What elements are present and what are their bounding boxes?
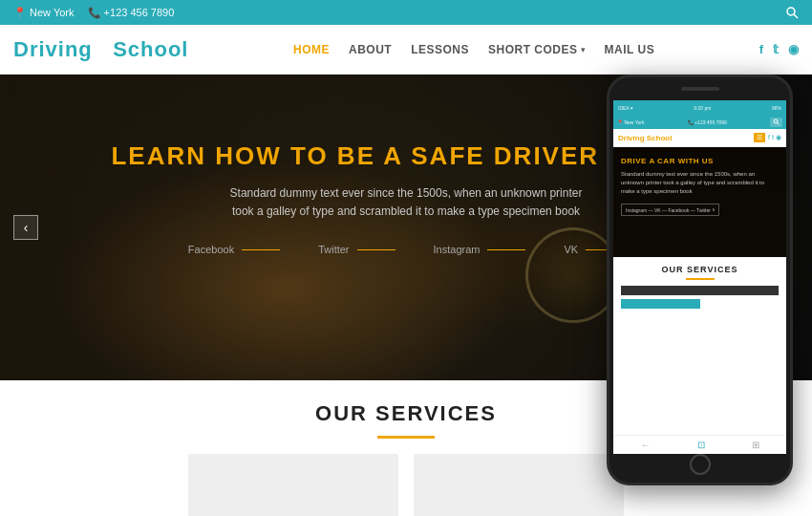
location-icon: 📍 (13, 7, 27, 18)
mobile-social: f t ◉ (768, 134, 781, 141)
twitter-icon[interactable]: 𝕥 (773, 42, 779, 56)
phone-info: 📞 +123 456 7890 (88, 7, 175, 19)
mobile-home-button[interactable] (690, 454, 711, 475)
search-icon[interactable] (785, 6, 799, 19)
hero-prev-button[interactable]: ‹ (13, 215, 38, 240)
mobile-header: Driving School ☰ f t ◉ (613, 129, 786, 147)
vk-label: VK (564, 244, 578, 255)
mobile-next-arrow: › (713, 206, 715, 213)
mobile-hero-title: DRIVE A CAR WITH US (621, 157, 779, 165)
twitter-line (357, 249, 395, 250)
nav-short-codes-link[interactable]: SHORT CODES (488, 43, 578, 56)
facebook-label: Facebook (188, 244, 234, 255)
mobile-phone: 📞 +123 456 7890 (688, 119, 727, 125)
mobile-speaker (681, 87, 719, 91)
svg-point-0 (787, 8, 795, 15)
mobile-logo: Driving School (618, 134, 672, 142)
mobile-header-right: ☰ f t ◉ (754, 133, 781, 142)
nav-mail-us[interactable]: MAIL US (605, 43, 655, 56)
location-text: New York (30, 7, 74, 18)
mobile-home-nav-icon[interactable]: ⊡ (697, 440, 705, 450)
logo-first-word: Driving (13, 37, 93, 61)
facebook-line (242, 249, 280, 250)
header: Driving School HOME ABOUT LESSONS SHORT … (0, 25, 812, 75)
hero-social-twitter: Twitter (318, 244, 395, 255)
service-card-2 (414, 454, 624, 516)
mobile-hero-social[interactable]: Instagram — VK — Facebook — Twitter › (621, 204, 719, 216)
svg-line-3 (777, 123, 779, 125)
facebook-icon[interactable]: f (759, 42, 763, 56)
services-underline (377, 436, 435, 439)
twitter-label: Twitter (318, 244, 349, 255)
logo-second-word: School (113, 37, 188, 61)
mobile-rss-icon[interactable]: ◉ (776, 134, 781, 141)
phone-icon: 📞 (88, 7, 101, 18)
location-info: 📍 New York (13, 7, 75, 19)
svg-line-1 (794, 14, 798, 18)
chevron-down-icon: ▾ (581, 45, 586, 54)
hero-subtitle: Standard dummy text ever since the 1500s… (224, 184, 588, 221)
mobile-services-bar1 (621, 286, 779, 295)
mobile-screen: IDEA ▾ 9:20 pm 96% 📍 New York 📞 +123 456… (613, 100, 786, 454)
mobile-menu-icon[interactable]: ☰ (754, 133, 765, 142)
instagram-line (487, 249, 525, 250)
mobile-topbar: IDEA ▾ 9:20 pm 96% (613, 100, 786, 116)
top-bar-left: 📍 New York 📞 +123 456 7890 (13, 7, 174, 19)
mobile-services: OUR SERVICES (613, 257, 786, 320)
instagram-label: Instagram (434, 244, 481, 255)
mobile-services-title: OUR SERVICES (621, 265, 779, 274)
nav-home[interactable]: HOME (293, 43, 330, 56)
mobile-facebook-icon[interactable]: f (768, 134, 770, 141)
mobile-back-icon[interactable]: ← (641, 440, 651, 450)
top-bar: 📍 New York 📞 +123 456 7890 (0, 0, 812, 25)
top-bar-right (785, 6, 799, 19)
mobile-social-links: Instagram — VK — Facebook — Twitter (626, 207, 711, 213)
mobile-topbar-left: IDEA ▾ (618, 105, 633, 111)
mobile-bottom-nav: ← ⊡ ⊞ (613, 435, 786, 454)
hero-social-facebook: Facebook (188, 244, 280, 255)
mobile-mockup: IDEA ▾ 9:20 pm 96% 📍 New York 📞 +123 456… (607, 75, 793, 485)
mobile-services-underline (686, 278, 715, 280)
site-logo[interactable]: Driving School (13, 37, 188, 62)
nav-short-codes[interactable]: SHORT CODES ▾ (488, 43, 586, 56)
mobile-twitter-icon[interactable]: t (772, 134, 774, 141)
mobile-search-icon (773, 118, 780, 125)
nav-lessons[interactable]: LESSONS (411, 43, 469, 56)
chevron-left-icon: ‹ (24, 220, 29, 235)
rss-icon[interactable]: ◉ (788, 42, 799, 56)
hero-social-instagram: Instagram (434, 244, 526, 255)
service-card-1 (188, 454, 398, 516)
mobile-recent-icon[interactable]: ⊞ (752, 440, 759, 450)
svg-point-2 (774, 119, 778, 123)
mobile-hero: DRIVE A CAR WITH US Standard dummy text … (613, 147, 786, 257)
phone-text: +123 456 7890 (104, 7, 175, 18)
mobile-search-button[interactable] (770, 118, 782, 127)
mobile-services-bar2 (621, 299, 700, 309)
mobile-time: 9:20 pm (694, 105, 711, 111)
mobile-carrier: IDEA ▾ (618, 105, 633, 111)
mobile-location: 📍 New York (617, 119, 645, 125)
header-social: f 𝕥 ◉ (759, 42, 799, 56)
nav-about[interactable]: ABOUT (349, 43, 392, 56)
mobile-search-bar: 📍 New York 📞 +123 456 7890 (613, 116, 786, 129)
mobile-battery: 96% (772, 105, 781, 111)
mobile-hero-text: Standard dummy text ever since the 1500s… (621, 170, 779, 196)
main-nav: HOME ABOUT LESSONS SHORT CODES ▾ MAIL US (293, 43, 654, 56)
